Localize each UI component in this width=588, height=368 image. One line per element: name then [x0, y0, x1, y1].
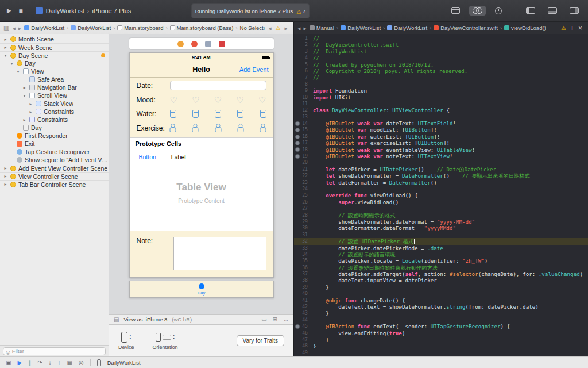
exercise-button[interactable]: [237, 124, 243, 132]
outline-item[interactable]: ▾Scroll View: [0, 91, 109, 99]
connection-well-icon[interactable]: [294, 154, 300, 159]
code-line[interactable]: 21 let datePicker = UIDatePicker() // Da…: [294, 166, 588, 172]
connection-well-icon[interactable]: [294, 121, 300, 126]
full-width-icon[interactable]: ↔: [283, 316, 289, 323]
warning-icon[interactable]: [561, 25, 566, 31]
code-line[interactable]: 13: [294, 114, 588, 120]
water-cup-button[interactable]: [170, 110, 176, 118]
mood-heart-button[interactable]: [214, 96, 222, 104]
date-text-field[interactable]: [170, 80, 266, 90]
cell-button-label[interactable]: Button: [139, 154, 156, 160]
step-over-icon[interactable]: ↷: [37, 359, 42, 366]
code-line[interactable]: 39 }: [294, 284, 588, 290]
code-line[interactable]: 27: [294, 205, 588, 212]
code-line[interactable]: 19 @IBOutlet weak var noteText: UITextVi…: [294, 153, 588, 159]
mood-heart-button[interactable]: [236, 96, 243, 104]
debug-area-toggle-icon[interactable]: ▣: [6, 359, 11, 366]
code-line[interactable]: 18 @IBOutlet weak var eventTableView: UI…: [294, 147, 588, 153]
water-cup-button[interactable]: [192, 110, 199, 118]
add-event-button[interactable]: Add Event: [239, 66, 269, 73]
memory-graph-icon[interactable]: ◎: [79, 359, 84, 366]
disclosure-closed-icon[interactable]: ▸: [3, 37, 8, 42]
water-cup-button[interactable]: [215, 110, 221, 118]
code-line[interactable]: 25 override func viewDidLoad() {: [294, 192, 588, 198]
forward-button[interactable]: [18, 25, 21, 31]
code-line[interactable]: 20: [294, 159, 588, 166]
disclosure-closed-icon[interactable]: ▸: [3, 166, 8, 171]
disclosure-closed-icon[interactable]: ▸: [3, 45, 8, 50]
outline-item[interactable]: Tap Gesture Recognizer: [0, 148, 109, 156]
breadcrumb-item[interactable]: DailyWorkList: [24, 25, 64, 31]
warning-icon[interactable]: [276, 25, 281, 31]
breadcrumb-item[interactable]: viewDidLoad(): [504, 25, 546, 31]
view-controller-icon[interactable]: [177, 41, 184, 47]
breadcrumb-item[interactable]: Main.storyboard: [117, 25, 163, 31]
back-button[interactable]: [12, 25, 15, 31]
code-line[interactable]: 44: [294, 317, 588, 323]
standard-editor-button[interactable]: [448, 6, 463, 16]
inspectors-toggle-button[interactable]: [566, 6, 582, 16]
tab-bar[interactable]: Day: [129, 281, 274, 298]
disclosure-closed-icon[interactable]: ▸: [22, 85, 27, 90]
orientation-config-control[interactable]: Orientation: [153, 331, 178, 350]
outline-item[interactable]: ▸Tab Bar Controller Scene: [0, 180, 109, 188]
code-line[interactable]: 42 dateText.text = showDateFormatter.str…: [294, 304, 588, 310]
code-line[interactable]: 6// Copyright © 2018年 poyu. All rights r…: [294, 68, 588, 74]
previous-issue-button[interactable]: [268, 25, 271, 31]
disclosure-closed-icon[interactable]: ▸: [28, 101, 33, 106]
step-out-icon[interactable]: ↑: [58, 359, 61, 366]
disclosure-open-icon[interactable]: ▾: [9, 61, 14, 66]
connection-well-icon[interactable]: [294, 141, 300, 145]
code-line[interactable]: 23 let dateFormatter = DateFormatter(): [294, 179, 588, 186]
code-line[interactable]: 7//: [294, 74, 588, 80]
code-line[interactable]: 33 datePicker.datePickerMode = .date: [294, 245, 588, 251]
code-line[interactable]: 45 @IBAction func endText(_ sender: UITa…: [294, 323, 588, 329]
vary-for-traits-button[interactable]: Vary for Traits: [237, 335, 285, 346]
disclosure-closed-icon[interactable]: ▸: [3, 174, 8, 179]
code-line[interactable]: 5// Created by poyuchen on 2018/10/12.: [294, 62, 588, 68]
outline-item[interactable]: ▸View Controller Scene: [0, 172, 109, 180]
fit-canvas-icon[interactable]: ▭: [261, 316, 266, 323]
outline-item[interactable]: Exit: [0, 140, 109, 148]
breadcrumb-item[interactable]: Manual: [310, 25, 334, 31]
outline-item[interactable]: ▾Day Scene: [0, 51, 109, 59]
code-line[interactable]: 48}: [294, 343, 588, 349]
breakpoints-toggle-icon[interactable]: ▶: [17, 359, 22, 366]
breadcrumb-item[interactable]: DailyWorkList: [387, 25, 427, 31]
code-line[interactable]: 2// DayViewController.swift: [294, 41, 588, 48]
code-line[interactable]: 47 }: [294, 336, 588, 343]
device-config-control[interactable]: Device: [118, 331, 134, 350]
code-line[interactable]: 8: [294, 81, 588, 87]
outline-item[interactable]: First Responder: [0, 132, 109, 140]
disclosure-open-icon[interactable]: ▾: [22, 93, 27, 98]
outline-item[interactable]: ▾Day: [0, 59, 109, 67]
breadcrumb-item[interactable]: DailyWorkList: [71, 25, 111, 31]
code-line[interactable]: 16 @IBOutlet var waterList: [UIButton]!: [294, 133, 588, 140]
stop-button[interactable]: [18, 7, 22, 15]
canvas-options-icon[interactable]: ▤: [114, 316, 119, 323]
exercise-button[interactable]: [215, 124, 221, 132]
code-line[interactable]: 49: [294, 350, 588, 356]
code-line[interactable]: 30 dateFormatter.dateFormat = "yyyyMMdd": [294, 225, 588, 231]
device-canvas[interactable]: 9:41 AM Hello Add Event Date:Mood:Water:…: [129, 52, 274, 278]
outline-item[interactable]: ▸Navigation Bar: [0, 83, 109, 91]
code-line[interactable]: 12class DayViewController: UIViewControl…: [294, 107, 588, 113]
outline-item[interactable]: ▾View: [0, 67, 109, 75]
connection-well-icon[interactable]: [294, 147, 300, 152]
run-button[interactable]: [7, 7, 11, 14]
outline-item[interactable]: ▸Stack View: [0, 99, 109, 108]
debug-area-toggle-button[interactable]: [544, 6, 560, 16]
code-line[interactable]: 29 showDateFormatter.dateFormat = "yyyy-…: [294, 218, 588, 225]
code-line[interactable]: 22 let showDateFormatter = DateFormatter…: [294, 172, 588, 179]
code-line[interactable]: 41 @objc func changeDate() {: [294, 297, 588, 304]
next-issue-button[interactable]: [285, 25, 288, 31]
code-line[interactable]: 40: [294, 290, 588, 297]
code-line[interactable]: 43 }: [294, 310, 588, 316]
water-cup-button[interactable]: [260, 110, 266, 118]
code-line[interactable]: 34 // 設置顯示的語言環境: [294, 251, 588, 258]
connection-well-icon[interactable]: [294, 135, 300, 139]
outline-item[interactable]: ▸Week Scene: [0, 43, 109, 51]
code-line[interactable]: 26 super.viewDidLoad(): [294, 199, 588, 205]
code-line[interactable]: 38 dateText.inputView = datePicker: [294, 277, 588, 283]
code-line[interactable]: 24: [294, 186, 588, 192]
